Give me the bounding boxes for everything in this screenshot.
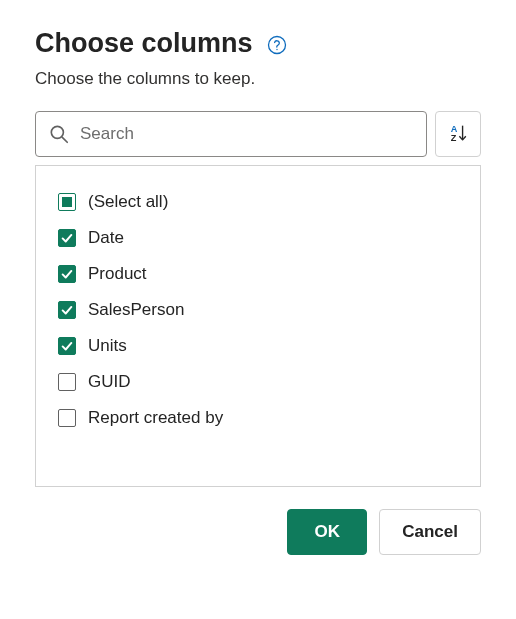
column-row[interactable]: Units [58,328,458,364]
checkbox-unchecked-icon [58,409,76,427]
select-all-row[interactable]: (Select all) [58,184,458,220]
checkbox-indeterminate-icon [58,193,76,211]
ok-button[interactable]: OK [287,509,367,555]
search-box[interactable] [35,111,427,157]
dialog-title: Choose columns [35,28,253,59]
cancel-button[interactable]: Cancel [379,509,481,555]
column-label: GUID [88,372,131,392]
checkbox-unchecked-icon [58,373,76,391]
column-row[interactable]: Date [58,220,458,256]
dialog-subtitle: Choose the columns to keep. [35,69,481,89]
column-row[interactable]: Report created by [58,400,458,436]
column-label: Units [88,336,127,356]
checkbox-checked-icon [58,229,76,247]
checkbox-checked-icon [58,301,76,319]
checkbox-checked-icon [58,265,76,283]
svg-text:Z: Z [451,133,457,143]
svg-point-2 [51,126,63,138]
column-label: Date [88,228,124,248]
svg-point-0 [268,36,285,53]
svg-line-3 [62,137,67,142]
search-row: A Z [35,111,481,157]
column-row[interactable]: GUID [58,364,458,400]
column-label: Report created by [88,408,223,428]
column-row[interactable]: SalesPerson [58,292,458,328]
sort-az-icon: A Z [447,122,469,147]
columns-list-panel: (Select all)DateProductSalesPersonUnitsG… [35,165,481,487]
checkbox-checked-icon [58,337,76,355]
select-all-label: (Select all) [88,192,168,212]
search-icon [48,123,70,145]
column-label: Product [88,264,147,284]
sort-button[interactable]: A Z [435,111,481,157]
svg-point-1 [276,48,277,49]
help-icon[interactable] [267,35,287,55]
column-label: SalesPerson [88,300,184,320]
dialog-header: Choose columns [35,28,481,59]
dialog-footer: OK Cancel [35,509,481,555]
search-input[interactable] [80,124,414,144]
column-row[interactable]: Product [58,256,458,292]
